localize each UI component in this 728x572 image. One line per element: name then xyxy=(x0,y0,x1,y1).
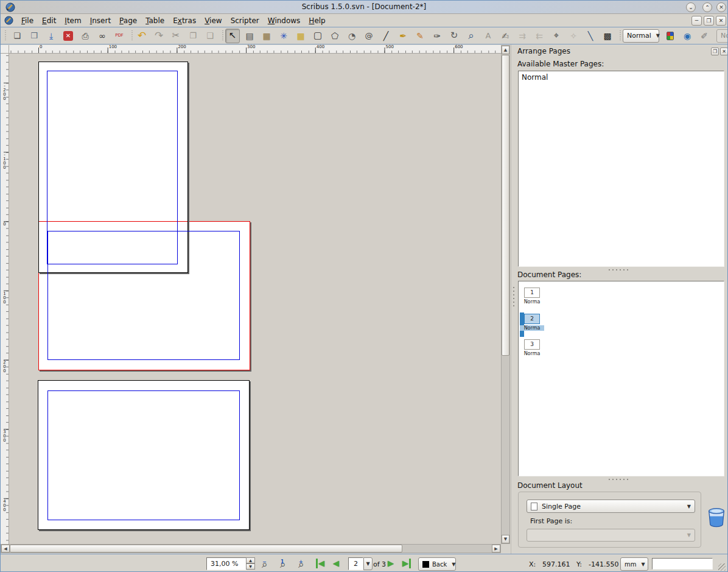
document-icon[interactable] xyxy=(4,16,13,25)
paste-button[interactable]: ❑ xyxy=(203,29,217,43)
mdi-minimize-button[interactable]: ─ xyxy=(691,16,702,26)
scroll-left-button[interactable]: ◀ xyxy=(1,545,10,553)
edit-contents-button[interactable]: A xyxy=(481,29,495,43)
zoom-level-input[interactable]: 31,00 % xyxy=(206,557,247,570)
menu-item[interactable]: Item xyxy=(61,15,85,27)
scroll-down-button[interactable]: ▼ xyxy=(502,535,509,543)
zoom-100-button[interactable]: ⌕1 xyxy=(278,557,293,571)
close-document-button[interactable]: ✕ xyxy=(61,29,75,43)
menu-page[interactable]: Page xyxy=(116,15,141,27)
eye-dropper-button[interactable]: ╲ xyxy=(583,29,598,43)
menu-windows[interactable]: Windows xyxy=(264,15,304,27)
zoom-in-button[interactable]: ⌕+ xyxy=(296,557,311,571)
vertical-ruler[interactable]: -200-1000100200300400 xyxy=(1,54,9,544)
panel-resize-handle[interactable] xyxy=(513,287,515,308)
window-close-button[interactable]: ✕ xyxy=(716,2,726,12)
menu-scripter[interactable]: Scripter xyxy=(227,15,263,27)
layer-level-combo[interactable]: Normal ▼ xyxy=(623,29,659,43)
horizontal-scrollbar[interactable]: ◀ ▶ xyxy=(1,544,501,553)
save-document-button[interactable]: ⤓ xyxy=(44,29,58,43)
spin-down-icon[interactable]: ▼ xyxy=(246,563,255,570)
window-resize-grip[interactable] xyxy=(718,563,726,571)
splitter-handle[interactable] xyxy=(609,478,631,481)
window-maximize-button[interactable]: ⌃ xyxy=(702,2,712,12)
current-page-value[interactable]: 2 xyxy=(348,557,363,570)
splitter-handle[interactable] xyxy=(609,269,631,271)
menu-table[interactable]: Table xyxy=(142,15,168,27)
trash-bin-icon[interactable] xyxy=(707,508,726,528)
master-page-item-normal[interactable]: Normal xyxy=(519,71,724,83)
preview-mode-button[interactable]: ◉ xyxy=(680,29,695,43)
document-page-item-1[interactable]: 1Norma xyxy=(520,286,547,311)
insert-table-button[interactable]: ▦ xyxy=(293,29,308,43)
unit-combo[interactable]: mm ▼ xyxy=(620,557,648,571)
insert-barcode-button[interactable]: ▩ xyxy=(600,29,615,43)
story-editor-button[interactable]: ✍ xyxy=(498,29,513,43)
zoom-button[interactable]: ⌕ xyxy=(464,29,478,43)
first-page-button[interactable]: ◀ xyxy=(316,559,324,568)
select-item-button[interactable]: ↖ xyxy=(225,29,240,43)
insert-freehand-line-button[interactable]: ✎ xyxy=(413,29,427,43)
vertical-scrollbar-thumb[interactable] xyxy=(502,55,509,356)
spin-up-icon[interactable]: ▲ xyxy=(246,557,255,563)
ruler-origin-corner[interactable] xyxy=(1,45,9,54)
copy-button[interactable]: ❐ xyxy=(186,29,200,43)
insert-arc-button[interactable]: ◔ xyxy=(345,29,359,43)
scroll-up-button[interactable]: ▲ xyxy=(502,46,509,54)
insert-line-button[interactable]: ╱ xyxy=(379,29,393,43)
page-3[interactable] xyxy=(38,380,250,530)
open-document-button[interactable]: ❒ xyxy=(27,29,41,43)
menu-edit[interactable]: Edit xyxy=(38,15,60,27)
mdi-close-button[interactable]: ✕ xyxy=(716,16,726,26)
menu-insert[interactable]: Insert xyxy=(86,15,114,27)
horizontal-scrollbar-thumb[interactable] xyxy=(10,545,402,553)
vertical-scrollbar[interactable]: ▲ ▼ xyxy=(501,45,510,544)
insert-shape-button[interactable]: ▢ xyxy=(310,29,325,43)
insert-spiral-button[interactable]: @ xyxy=(362,29,376,43)
last-page-button[interactable]: ▶ xyxy=(402,559,411,568)
rotate-item-button[interactable]: ↻ xyxy=(447,29,461,43)
save-as-pdf-button[interactable]: PDF xyxy=(112,29,127,43)
zoom-spin-buttons[interactable]: ▲ ▼ xyxy=(246,557,255,570)
insert-render-frame-button[interactable]: ✳ xyxy=(276,29,291,43)
chevron-down-icon[interactable]: ▼ xyxy=(363,557,373,570)
horizontal-ruler[interactable]: 0100200300400500600 xyxy=(9,45,501,54)
master-pages-list[interactable]: Normal xyxy=(518,71,724,267)
zoom-out-button[interactable]: ⌕− xyxy=(260,557,275,571)
insert-bezier-curve-button[interactable]: ✒ xyxy=(396,29,410,43)
window-shade-button[interactable]: ⌄ xyxy=(686,2,696,12)
document-page-item-3[interactable]: 3Norma xyxy=(520,338,547,362)
next-page-button[interactable]: ▶ xyxy=(388,559,394,568)
previous-page-button[interactable]: ◀ xyxy=(333,559,339,568)
menu-file[interactable]: File xyxy=(18,15,37,27)
panel-close-button[interactable]: ✕ xyxy=(720,48,728,55)
document-viewport[interactable] xyxy=(9,54,501,544)
insert-calligraphic-line-button[interactable]: ✑ xyxy=(430,29,444,43)
new-document-button[interactable]: ❏ xyxy=(10,29,24,43)
page-thumbnail[interactable]: 1 xyxy=(524,288,540,298)
page-thumbnail[interactable]: 2 xyxy=(524,314,540,324)
document-page-item-2[interactable]: 2Norma xyxy=(520,312,547,337)
document-pages-list[interactable]: 1Norma2Norma3Norma xyxy=(518,281,724,476)
cut-button[interactable]: ✂ xyxy=(169,29,183,43)
preflight-verifier-button[interactable]: ∞ xyxy=(95,29,110,43)
panel-float-button[interactable]: ❐ xyxy=(711,48,719,55)
menu-view[interactable]: View xyxy=(201,15,225,27)
layout-type-combo[interactable]: Single Page ▼ xyxy=(527,500,695,513)
print-button[interactable]: ⎙ xyxy=(78,29,93,43)
toolbar-drag-handle[interactable] xyxy=(3,30,8,42)
mdi-restore-button[interactable]: ❐ xyxy=(704,16,714,26)
edit-in-preview-button[interactable]: ✐ xyxy=(697,29,712,43)
undo-button[interactable]: ↶ xyxy=(135,29,149,43)
current-page-combo[interactable]: 2 ▼ xyxy=(348,557,373,570)
page-thumbnail[interactable]: 3 xyxy=(524,339,540,350)
menu-extras[interactable]: Extras xyxy=(169,15,200,27)
insert-text-frame-button[interactable]: ▤ xyxy=(242,29,257,43)
current-layer-combo[interactable]: Back ▼ xyxy=(418,557,456,571)
redo-button[interactable]: ↷ xyxy=(152,29,166,43)
insert-image-frame-button[interactable]: ▦ xyxy=(259,29,274,43)
color-management-button[interactable] xyxy=(663,29,677,43)
scroll-right-button[interactable]: ▶ xyxy=(492,545,500,553)
menu-help[interactable]: Help xyxy=(305,15,329,27)
insert-polygon-button[interactable]: ⬠ xyxy=(327,29,342,43)
